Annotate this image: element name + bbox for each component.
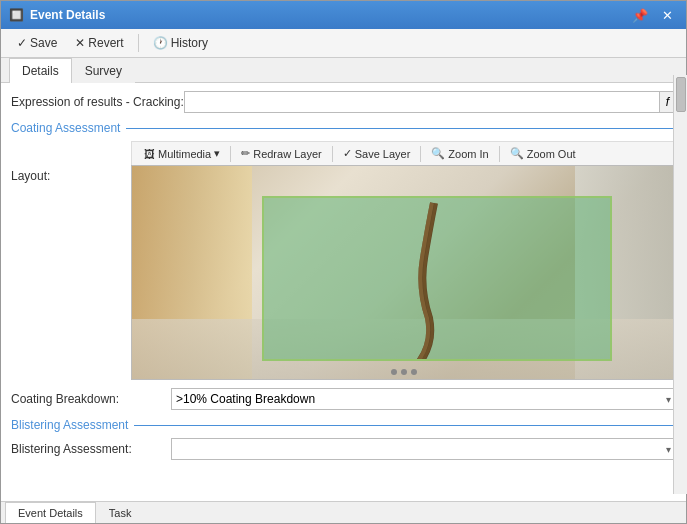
revert-button[interactable]: ✕ Revert xyxy=(67,33,131,53)
layout-row: Layout: xyxy=(11,165,676,380)
zoom-in-icon: 🔍 xyxy=(431,147,445,160)
blistering-assessment-label: Blistering Assessment: xyxy=(11,442,171,456)
scrollbar-thumb[interactable] xyxy=(676,83,686,112)
redraw-layer-button[interactable]: ✏ Redraw Layer xyxy=(235,145,327,162)
bottom-tab-bar: Event Details Task xyxy=(1,501,686,523)
coating-breakdown-row: Coating Breakdown: >10% Coating Breakdow… xyxy=(11,388,676,410)
save-layer-button[interactable]: ✓ Save Layer xyxy=(337,145,417,162)
multimedia-icon: 🖼 xyxy=(144,148,155,160)
dropdown-arrow-icon: ▾ xyxy=(214,147,220,160)
select-arrow-icon: ▾ xyxy=(666,394,671,405)
blistering-select-arrow-icon: ▾ xyxy=(666,444,671,455)
save-button[interactable]: ✓ Save xyxy=(9,33,65,53)
form-area: Expression of results - Cracking: f Coat… xyxy=(1,83,686,501)
expression-input[interactable] xyxy=(184,91,660,113)
check-icon: ✓ xyxy=(343,147,352,160)
pin-button[interactable]: 📌 xyxy=(627,6,653,25)
scrollbar[interactable] xyxy=(673,83,686,494)
dot-3 xyxy=(411,369,417,375)
coating-assessment-header: Coating Assessment xyxy=(11,121,676,135)
zoom-in-button[interactable]: 🔍 Zoom In xyxy=(425,145,494,162)
window-icon: 🔲 xyxy=(9,8,24,22)
zoom-out-button[interactable]: 🔍 Zoom Out xyxy=(504,145,582,162)
dot-1 xyxy=(391,369,397,375)
green-overlay xyxy=(262,196,612,361)
bottom-tab-task[interactable]: Task xyxy=(96,502,145,523)
blistering-assessment-select[interactable]: ▾ xyxy=(171,438,676,460)
separator-2 xyxy=(332,146,333,162)
tab-survey[interactable]: Survey xyxy=(72,58,135,83)
blistering-assessment-header: Blistering Assessment xyxy=(11,418,676,432)
separator xyxy=(138,34,139,52)
separator-3 xyxy=(420,146,421,162)
expression-label: Expression of results - Cracking: xyxy=(11,95,184,109)
checkmark-icon: ✓ xyxy=(17,36,27,50)
pencil-icon: ✏ xyxy=(241,147,250,160)
revert-icon: ✕ xyxy=(75,36,85,50)
image-toolbar: 🖼 Multimedia ▾ ✏ Redraw Layer ✓ Save Lay… xyxy=(131,141,676,165)
history-button[interactable]: 🕐 History xyxy=(145,33,216,53)
tab-bar: Details Survey xyxy=(1,58,686,83)
close-button[interactable]: ✕ xyxy=(657,6,678,25)
expression-row: Expression of results - Cracking: f xyxy=(11,91,676,113)
image-container[interactable] xyxy=(131,165,676,380)
multimedia-button[interactable]: 🖼 Multimedia ▾ xyxy=(138,145,226,162)
bottom-tab-event-details[interactable]: Event Details xyxy=(5,502,96,523)
main-window: 🔲 Event Details 📌 ✕ ✓ Save ✕ Revert 🕐 Hi… xyxy=(0,0,687,524)
coating-breakdown-label: Coating Breakdown: xyxy=(11,392,171,406)
dot-2 xyxy=(401,369,407,375)
separator-1 xyxy=(230,146,231,162)
layout-label: Layout: xyxy=(11,165,131,183)
coating-breakdown-select[interactable]: >10% Coating Breakdown ▾ xyxy=(171,388,676,410)
history-icon: 🕐 xyxy=(153,36,168,50)
crack-svg xyxy=(264,198,610,359)
toolbar: ✓ Save ✕ Revert 🕐 History xyxy=(1,29,686,58)
zoom-out-icon: 🔍 xyxy=(510,147,524,160)
tab-details[interactable]: Details xyxy=(9,58,72,83)
content-area: Expression of results - Cracking: f Coat… xyxy=(1,83,686,501)
separator-4 xyxy=(499,146,500,162)
window-title: Event Details xyxy=(30,8,105,22)
image-dots xyxy=(391,369,417,375)
title-bar-controls: 📌 ✕ xyxy=(627,6,678,25)
title-bar-left: 🔲 Event Details xyxy=(9,8,105,22)
title-bar: 🔲 Event Details 📌 ✕ xyxy=(1,1,686,29)
blistering-assessment-row: Blistering Assessment: ▾ xyxy=(11,438,676,460)
image-background xyxy=(132,166,675,379)
